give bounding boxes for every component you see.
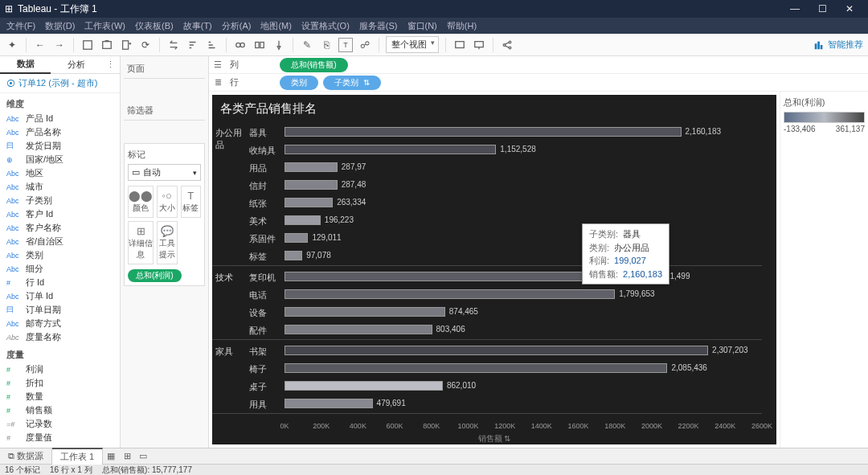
field-item[interactable]: #利润 — [6, 362, 117, 376]
menu-item[interactable]: 帮助(H) — [444, 20, 480, 32]
mark-detail-button[interactable]: ⊞详细信息 — [128, 221, 154, 264]
color-legend[interactable]: 总和(利润) -133,406 361,137 — [780, 92, 868, 448]
menu-item[interactable]: 仪表板(B) — [132, 20, 177, 32]
field-item[interactable]: Abc产品 Id — [6, 112, 117, 125]
minimize-button[interactable]: — — [781, 3, 809, 14]
bar[interactable]: 287,97 — [285, 162, 338, 172]
new-sheet-icon[interactable] — [119, 38, 133, 52]
mark-type-dropdown[interactable]: ▭ 自动 — [128, 164, 201, 181]
field-item[interactable]: #销售额 — [6, 403, 117, 417]
field-item[interactable]: Abc子类别 — [6, 194, 117, 207]
chart-view[interactable]: 各类产品销售排名 办公用品器具2,160,183收纳具1,152,528用品28… — [212, 95, 776, 444]
datasource-row[interactable]: ⦿ 订单12 (示例 - 超市) — [0, 74, 120, 93]
present-icon[interactable] — [472, 38, 486, 52]
pin-icon[interactable] — [272, 38, 286, 52]
bar-value-label: 2,160,183 — [681, 127, 722, 136]
fit-dropdown[interactable]: 整个视图 — [386, 36, 439, 53]
bar[interactable]: 129,011 — [285, 233, 308, 243]
new-dashboard-icon[interactable]: ⊞ — [119, 451, 135, 461]
format-icon[interactable]: ☍ — [358, 38, 372, 52]
field-item[interactable]: ⊕国家/地区 — [6, 153, 117, 166]
sort-desc-icon[interactable] — [205, 38, 219, 52]
field-item[interactable]: #数量 — [6, 390, 117, 403]
bar[interactable]: 1,799,653 — [285, 289, 615, 299]
maximize-button[interactable]: ☐ — [809, 3, 836, 14]
field-item[interactable]: Abc客户 Id — [6, 207, 117, 221]
close-button[interactable]: ✕ — [836, 3, 863, 14]
bar[interactable]: 479,691 — [285, 399, 373, 408]
field-item[interactable]: Abc省/自治区 — [6, 235, 117, 248]
tab-analytics[interactable]: 分析 — [51, 56, 101, 73]
field-label: 订单日期 — [26, 304, 61, 316]
mark-size-button[interactable]: ◦○大小 — [157, 186, 178, 218]
label-icon[interactable]: T — [338, 38, 353, 52]
bar[interactable]: 287,48 — [285, 180, 338, 190]
swap-icon[interactable] — [166, 38, 181, 52]
sort-asc-icon[interactable] — [186, 38, 200, 52]
field-item[interactable]: 曰订单日期 — [6, 303, 117, 317]
field-item[interactable]: =#记录数 — [6, 417, 117, 431]
menu-item[interactable]: 服务器(S) — [356, 20, 401, 32]
refresh-icon[interactable]: ⟳ — [138, 38, 153, 52]
show-dashboard-icon[interactable] — [452, 38, 467, 52]
menu-item[interactable]: 工作表(W) — [81, 20, 129, 32]
columns-shelf[interactable]: ☰ 列 总和(销售额) — [209, 56, 868, 74]
rows-pill[interactable]: 子类别⇅ — [323, 76, 381, 90]
menu-item[interactable]: 文件(F) — [3, 20, 39, 32]
show-me-button[interactable]: 智能推荐 — [813, 39, 863, 51]
field-item[interactable]: Abc邮寄方式 — [6, 317, 117, 330]
bar[interactable]: 2,307,203 — [285, 346, 708, 355]
tab-datasource[interactable]: ⧉ 数据源 — [0, 448, 52, 464]
menu-item[interactable]: 数据(D) — [42, 20, 78, 32]
highlight-icon[interactable]: ✎ — [300, 38, 314, 52]
new-worksheet-icon[interactable]: ▦ — [103, 451, 119, 461]
mark-label-button[interactable]: T标签 — [181, 186, 202, 218]
field-item[interactable]: Abc度量名称 — [6, 330, 117, 344]
field-item[interactable]: #折扣 — [6, 376, 117, 390]
field-item[interactable]: Abc订单 Id — [6, 289, 117, 303]
set-icon[interactable] — [252, 38, 267, 52]
tableau-logo-icon[interactable]: ✦ — [5, 38, 19, 52]
bar[interactable]: 803,406 — [285, 325, 432, 334]
save-icon[interactable] — [80, 38, 95, 52]
color-pill[interactable]: 总和(利润) — [128, 269, 182, 282]
bar[interactable]: 263,334 — [285, 198, 333, 207]
field-item[interactable]: Abc地区 — [6, 166, 117, 180]
back-icon[interactable]: ← — [33, 38, 47, 52]
share-icon[interactable] — [500, 38, 514, 52]
mark-tooltip-button[interactable]: 💬工具提示 — [157, 221, 178, 264]
rows-shelf[interactable]: ≣ 行 类别子类别⇅ — [209, 74, 868, 92]
clip-icon[interactable]: ⎘ — [319, 38, 334, 52]
new-story-icon[interactable]: ▭ — [135, 451, 151, 461]
bar[interactable]: 2,085,436 — [285, 363, 667, 373]
tab-worksheet-1[interactable]: 工作表 1 — [52, 448, 103, 465]
bar[interactable]: 196,223 — [285, 215, 321, 225]
bar[interactable]: 874,465 — [285, 307, 445, 317]
menu-item[interactable]: 地图(M) — [257, 20, 295, 32]
mark-color-button[interactable]: ⬤⬤颜色 — [128, 186, 154, 218]
pane-menu-icon[interactable]: ⋮ — [101, 59, 120, 70]
field-item[interactable]: 曰发货日期 — [6, 139, 117, 153]
new-datasource-icon[interactable] — [100, 38, 114, 52]
field-item[interactable]: Abc城市 — [6, 180, 117, 194]
columns-pill-sales[interactable]: 总和(销售额) — [280, 58, 348, 72]
group-icon[interactable] — [233, 38, 248, 52]
subcategory-label: 器具 — [249, 127, 281, 139]
field-item[interactable]: Abc类别 — [6, 248, 117, 262]
forward-icon[interactable]: → — [52, 38, 67, 52]
field-item[interactable]: Abc产品名称 — [6, 125, 117, 139]
bar[interactable]: 1,152,528 — [285, 145, 496, 154]
bar[interactable]: 862,010 — [285, 381, 443, 391]
field-item[interactable]: Abc细分 — [6, 262, 117, 276]
bar[interactable]: 2,160,183 — [285, 127, 682, 137]
rows-pill[interactable]: 类别 — [280, 76, 318, 90]
field-item[interactable]: #行 Id — [6, 276, 117, 289]
menu-item[interactable]: 故事(T) — [180, 20, 215, 32]
field-item[interactable]: Abc客户名称 — [6, 221, 117, 235]
menu-item[interactable]: 窗口(N) — [404, 20, 440, 32]
tab-data[interactable]: 数据 — [0, 55, 51, 74]
field-item[interactable]: #度量值 — [6, 431, 117, 444]
menu-item[interactable]: 设置格式(O) — [298, 20, 353, 32]
bar[interactable]: 97,078 — [285, 251, 302, 260]
menu-item[interactable]: 分析(A) — [219, 20, 255, 32]
